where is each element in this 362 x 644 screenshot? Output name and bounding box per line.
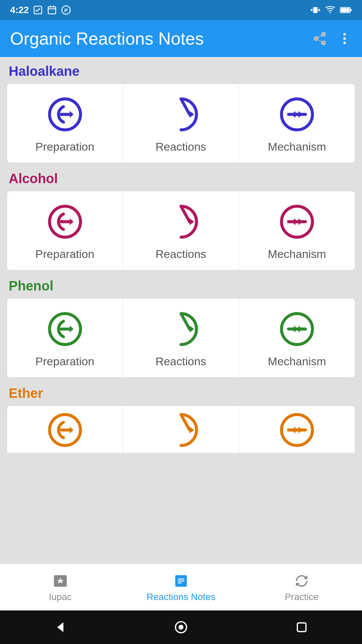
reactions-icon-haloalkane [163, 96, 199, 133]
section-alcohol: Alcohol Preparation Reactions Mechanism [7, 171, 355, 270]
svg-point-23 [343, 42, 346, 44]
iupac-icon-wrap [52, 572, 69, 590]
battery-icon [340, 6, 352, 14]
svg-rect-1 [48, 7, 56, 14]
card-phenol-reactions[interactable]: Reactions [123, 299, 239, 377]
time-display: 4:22 [10, 5, 29, 15]
svg-marker-32 [292, 111, 296, 118]
status-left: 4:22 P [10, 5, 71, 15]
card-haloalkane-reactions[interactable]: Reactions [123, 84, 239, 163]
section-title-haloalkane: Haloalkane [7, 64, 355, 79]
svg-line-20 [318, 35, 322, 38]
app-bar: Organic Reactions Notes [0, 20, 362, 57]
svg-marker-36 [189, 218, 194, 225]
card-alcohol-mechanism[interactable]: Mechanism [239, 191, 355, 270]
vibrate-icon [310, 5, 320, 15]
section-title-alcohol: Alcohol [7, 171, 355, 186]
section-haloalkane: Haloalkane Preparation Reactions Mechani… [7, 64, 355, 163]
reactions-label-phenol: Reactions [156, 355, 206, 368]
preparation-icon-ether [47, 412, 83, 448]
svg-marker-50 [292, 326, 296, 332]
more-icon [337, 31, 352, 46]
more-button[interactable] [337, 31, 352, 46]
system-nav [0, 610, 362, 644]
svg-marker-59 [292, 427, 296, 433]
card-grid-alcohol: Preparation Reactions Mechanism [7, 191, 355, 270]
reactions-label-alcohol: Reactions [156, 248, 206, 261]
mechanism-label-haloalkane: Mechanism [268, 140, 326, 153]
card-alcohol-reactions[interactable]: Reactions [123, 191, 239, 270]
status-right [310, 5, 352, 15]
card-phenol-preparation[interactable]: Preparation [7, 299, 123, 377]
card-haloalkane-preparation[interactable]: Preparation [7, 84, 123, 163]
svg-point-18 [322, 41, 325, 45]
card-ether-preparation[interactable] [7, 406, 123, 453]
card-ether-reactions[interactable] [123, 406, 239, 453]
refresh-icon [294, 573, 309, 589]
reactions-icon-ether [163, 412, 199, 448]
svg-rect-14 [350, 9, 352, 11]
home-icon [174, 620, 188, 635]
nav-label-reactions-notes: Reactions Notes [146, 592, 215, 602]
mechanism-icon-alcohol [279, 203, 315, 240]
svg-point-22 [343, 37, 346, 40]
star-badge-icon [53, 573, 68, 589]
svg-marker-66 [57, 622, 63, 632]
preparation-label-haloalkane: Preparation [36, 140, 95, 153]
recents-icon [294, 620, 309, 635]
svg-rect-7 [313, 7, 318, 13]
task-icon [33, 5, 43, 15]
mechanism-icon-phenol [279, 311, 315, 347]
mechanism-label-alcohol: Mechanism [268, 248, 326, 261]
wifi-icon [325, 5, 335, 15]
nav-item-practice[interactable]: Practice [241, 569, 362, 606]
status-bar: 4:22 P [0, 0, 362, 20]
svg-marker-34 [69, 218, 73, 225]
back-button[interactable] [53, 620, 68, 635]
svg-text:P: P [64, 7, 68, 13]
calendar-icon [47, 5, 57, 15]
nav-item-reactions-notes[interactable]: Reactions Notes [121, 569, 241, 606]
svg-rect-15 [341, 8, 350, 12]
card-grid-ether [7, 406, 355, 453]
section-title-phenol: Phenol [7, 278, 355, 293]
practice-icon-wrap [293, 572, 310, 590]
svg-rect-69 [297, 623, 306, 632]
home-button[interactable] [174, 620, 188, 635]
share-icon [312, 31, 327, 46]
reactions-icon-phenol [163, 311, 199, 347]
parking-icon: P [61, 5, 71, 15]
preparation-label-alcohol: Preparation [36, 248, 95, 261]
nav-label-practice: Practice [285, 592, 318, 602]
preparation-icon-phenol [47, 311, 83, 347]
card-haloalkane-mechanism[interactable]: Mechanism [239, 84, 355, 163]
svg-marker-54 [189, 427, 194, 433]
svg-marker-45 [189, 326, 194, 332]
card-ether-mechanism[interactable] [239, 406, 355, 453]
svg-marker-43 [69, 326, 73, 332]
back-icon [53, 620, 68, 635]
bottom-nav: Iupac Reactions Notes Practice [0, 564, 362, 610]
card-alcohol-preparation[interactable]: Preparation [7, 191, 123, 270]
card-phenol-mechanism[interactable]: Mechanism [239, 299, 355, 377]
svg-point-16 [322, 33, 325, 36]
card-grid-haloalkane: Preparation Reactions Mechanism [7, 84, 355, 163]
preparation-icon-haloalkane [47, 96, 83, 133]
app-title: Organic Reactions Notes [10, 29, 312, 49]
svg-point-68 [179, 625, 184, 630]
preparation-label-phenol: Preparation [36, 355, 95, 368]
reactions-label-haloalkane: Reactions [156, 140, 206, 153]
reactions-icon-alcohol [163, 203, 199, 240]
svg-marker-25 [69, 111, 73, 118]
svg-point-21 [343, 33, 346, 36]
mechanism-icon-haloalkane [279, 96, 315, 133]
share-button[interactable] [312, 31, 327, 46]
section-ether: Ether [7, 386, 355, 453]
svg-line-19 [318, 40, 322, 42]
recents-button[interactable] [294, 620, 309, 635]
svg-point-12 [329, 12, 331, 13]
mechanism-label-phenol: Mechanism [268, 355, 326, 368]
app-bar-actions [312, 31, 352, 46]
section-phenol: Phenol Preparation Reactions Mechanism [7, 278, 355, 378]
nav-item-iupac[interactable]: Iupac [0, 569, 121, 606]
